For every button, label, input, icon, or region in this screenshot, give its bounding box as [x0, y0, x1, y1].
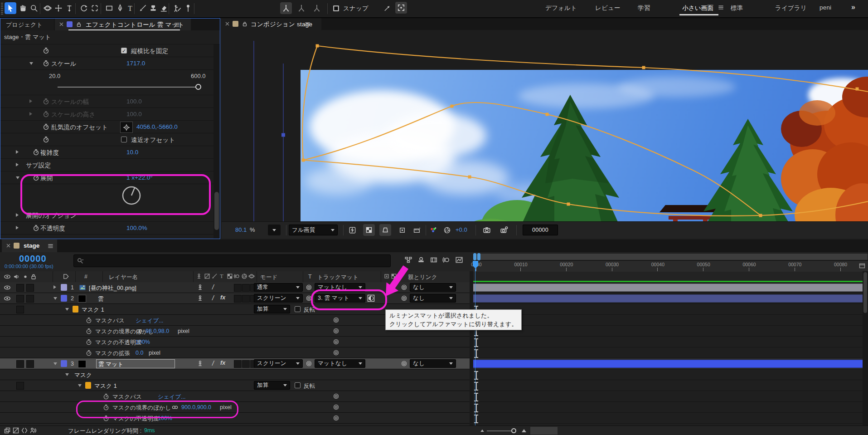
av-cell[interactable]	[16, 306, 24, 313]
view-axis-mode[interactable]	[311, 2, 323, 14]
fx-switch[interactable]: fx	[220, 360, 225, 366]
track-matte-dropdown[interactable]: 3. 雲 マット	[315, 294, 365, 303]
rectangle-tool[interactable]	[103, 2, 115, 14]
current-frame-display[interactable]: 00000	[19, 254, 47, 264]
layer-duration-bar[interactable]	[473, 360, 868, 368]
work-area-start-handle2[interactable]	[477, 253, 480, 260]
maskoutline-button[interactable]	[379, 224, 391, 236]
property-value[interactable]: 100.0	[126, 98, 142, 105]
stopwatch-icon[interactable]	[102, 415, 110, 422]
property-value[interactable]: シェイプ...	[158, 393, 186, 401]
av-cell2[interactable]	[26, 295, 34, 303]
pickwhip-icon[interactable]	[401, 360, 407, 367]
pickwhip-icon[interactable]	[401, 295, 407, 302]
stopwatch-icon[interactable]	[102, 404, 110, 411]
property-value[interactable]: シェイプ...	[136, 317, 164, 325]
pan-camera-tool[interactable]	[53, 2, 64, 14]
mtn-small-icon[interactable]	[480, 428, 485, 433]
quality-switch-icon[interactable]	[197, 284, 204, 291]
eraser-tool[interactable]	[158, 2, 170, 14]
twirl-right-icon[interactable]	[16, 163, 19, 166]
invert-checkbox[interactable]	[295, 382, 301, 388]
parent-dropdown[interactable]: なし	[410, 359, 456, 368]
zoom-tool[interactable]	[28, 2, 40, 14]
fx-switch[interactable]: fx	[220, 294, 225, 301]
motionblur-icon[interactable]	[442, 256, 451, 264]
mask-name[interactable]: マスク 1	[82, 306, 104, 314]
search-icon[interactable]	[77, 257, 84, 264]
parent-dropdown[interactable]: なし	[410, 283, 456, 292]
tab-effect-controls[interactable]: エフェクトコントロール 雲 マット	[55, 19, 191, 30]
workspace-overflow-button[interactable]: »	[851, 3, 855, 11]
tl-zoom-slider[interactable]	[487, 430, 512, 431]
stopwatch-icon[interactable]	[85, 317, 92, 324]
chain-icon[interactable]	[136, 327, 143, 335]
twirl-down-icon[interactable]	[29, 62, 33, 65]
property-checkbox[interactable]	[121, 137, 127, 142]
slider-track[interactable]	[58, 87, 199, 88]
tab-project[interactable]: プロジェクト	[0, 19, 54, 30]
track-matte-dropdown[interactable]: マットなし	[315, 283, 365, 292]
boxes-stack-icon[interactable]	[4, 427, 11, 434]
stopwatch-icon[interactable]	[32, 148, 40, 156]
stopwatch-icon[interactable]	[102, 393, 110, 400]
dolly-camera-tool[interactable]	[63, 2, 75, 14]
group-label[interactable]: マスク	[74, 371, 92, 379]
work-area-start-handle[interactable]	[473, 253, 476, 260]
twirl-down-icon[interactable]	[53, 297, 57, 300]
lightning-icon[interactable]	[349, 226, 356, 234]
twirl-down-icon[interactable]	[65, 308, 69, 311]
twirl-down-icon[interactable]	[16, 176, 19, 179]
property-value[interactable]: 100.0%	[126, 225, 147, 231]
snap-checkbox[interactable]	[332, 5, 340, 12]
comp-mini-icon[interactable]	[858, 262, 866, 269]
switch-cell[interactable]	[242, 284, 250, 292]
exposure-value[interactable]: +0.0	[456, 226, 467, 233]
switch-cell[interactable]	[234, 295, 242, 303]
twirl-right-icon[interactable]	[16, 150, 19, 154]
tab-stage[interactable]: stage	[2, 239, 57, 252]
layer-duration-bar[interactable]	[473, 283, 868, 292]
property-value[interactable]: 900.0,900.0	[181, 404, 211, 411]
twirl-down-icon[interactable]	[78, 384, 82, 387]
av-cell[interactable]	[16, 382, 24, 390]
luma-matte-icon[interactable]	[367, 294, 375, 302]
selection-tool[interactable]	[5, 2, 16, 14]
property-value[interactable]: 0.0	[136, 350, 143, 356]
property-checkbox[interactable]: ✓	[121, 48, 127, 54]
workspace-tab-小さい画面[interactable]: 小さい画面	[682, 4, 713, 12]
mask-mode-dropdown[interactable]: 加算	[254, 381, 290, 390]
av-cell[interactable]	[16, 284, 24, 292]
mask-name[interactable]: マスク 1	[94, 382, 117, 390]
regionbox-icon[interactable]	[398, 226, 406, 234]
pickwhip-icon[interactable]	[333, 349, 339, 356]
workspace-tab-ライブラリ[interactable]: ライブラリ	[775, 4, 807, 12]
pickwhip-icon[interactable]	[305, 295, 312, 302]
eye-icon[interactable]	[4, 284, 11, 291]
bracket-grid-button[interactable]	[395, 2, 407, 14]
person-audio-icon[interactable]	[29, 427, 37, 434]
checker-button[interactable]	[363, 224, 375, 236]
mask-color-swatch[interactable]	[85, 382, 91, 389]
layer-color-swatch[interactable]	[61, 360, 67, 367]
layer-color-swatch[interactable]	[61, 284, 67, 291]
property-value[interactable]: 1 x+22.0°	[126, 174, 153, 181]
rulers-icon[interactable]	[413, 226, 421, 234]
toolbar-grip[interactable]	[1, 3, 3, 15]
twirl-down-icon[interactable]	[65, 373, 69, 376]
quality-slash[interactable]: /	[212, 294, 214, 302]
stopwatch-icon[interactable]	[85, 327, 92, 335]
menu-icon[interactable]	[174, 21, 180, 28]
angle-brackets-icon[interactable]	[21, 427, 28, 434]
lock-icon[interactable]	[76, 21, 82, 28]
quality-slash[interactable]: /	[212, 283, 214, 291]
world-axis-mode[interactable]	[296, 2, 307, 14]
property-value[interactable]: 98.0,98.0	[145, 328, 169, 334]
zoom-dropdown-button[interactable]	[268, 225, 281, 235]
property-value[interactable]: 10.0	[126, 149, 138, 156]
av-cell[interactable]	[16, 295, 24, 303]
property-value[interactable]: 1717.0	[126, 60, 145, 67]
pickwhip-icon[interactable]	[333, 317, 339, 323]
menu-icon[interactable]	[718, 4, 724, 11]
pickwhip-icon[interactable]	[333, 404, 339, 411]
